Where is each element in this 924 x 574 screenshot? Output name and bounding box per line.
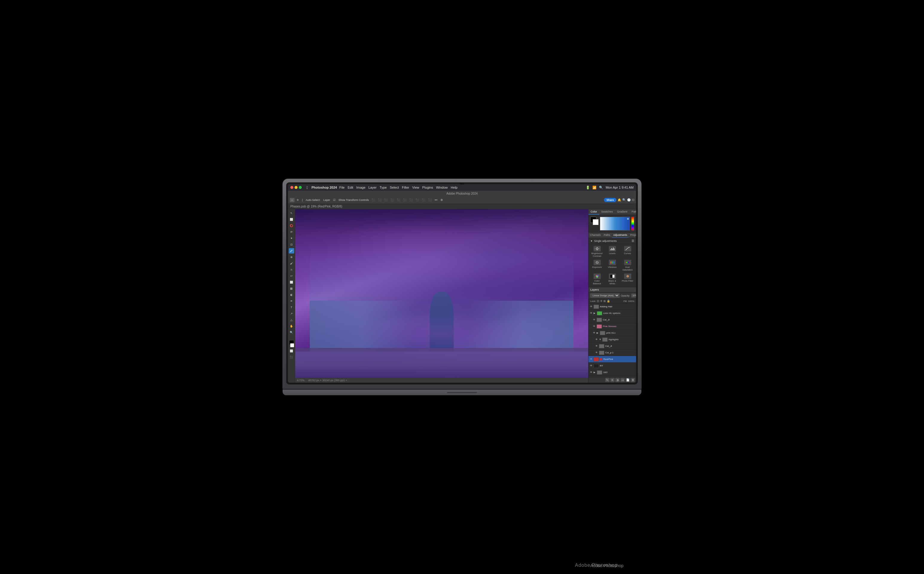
layer-visibility-icon[interactable]: 👁 [593, 319, 596, 322]
menu-select[interactable]: Select [389, 186, 399, 189]
tool-marquee-ellipse[interactable]: ⭕ [289, 223, 294, 229]
layer-visibility-icon[interactable]: 👁 [595, 351, 598, 354]
auto-select-dropdown[interactable]: Layer [322, 198, 331, 202]
align-left[interactable]: ⬛ [371, 198, 376, 202]
expand-icon[interactable]: ⊡ [632, 198, 634, 202]
distribute-1[interactable]: ⬛ [408, 198, 413, 202]
more-options[interactable]: ••• [434, 198, 438, 202]
lock-artboard-icon[interactable]: ⊞ [604, 300, 606, 303]
layer-pink-streees[interactable]: 👁 Pink Streees [588, 323, 636, 330]
layer-adjustment-button[interactable]: ◑ [615, 378, 620, 382]
group-arrow[interactable]: ▶ [594, 312, 596, 314]
tool-dodge[interactable]: ◐ [289, 292, 294, 298]
align-right[interactable]: ⬛ [383, 198, 388, 202]
tool-pen[interactable]: ✒ [289, 298, 294, 304]
apple-logo[interactable]:  [306, 185, 308, 190]
tab-properties[interactable]: Properties [629, 233, 636, 238]
layer-rt[interactable]: 👁 RT [588, 363, 636, 369]
layer-fx-button[interactable]: fx [605, 378, 609, 382]
minimize-button[interactable] [295, 186, 298, 189]
layer-adding-hair[interactable]: 👁 Adding Hair [588, 303, 636, 310]
tool-move[interactable]: ↖ [289, 210, 294, 216]
layer-delete-button[interactable]: 🗑 [631, 378, 635, 382]
adj-photo-filter[interactable]: Photo Filter [620, 273, 635, 286]
adj-levels[interactable]: Levels [605, 245, 620, 258]
lock-pixels-icon[interactable]: ⊡ [597, 300, 599, 303]
tab-swatches[interactable]: Swatches [599, 209, 615, 214]
adj-exposure[interactable]: Exposure [590, 259, 604, 272]
adj-brightness-contrast[interactable]: Brightness/ Contrast [590, 245, 604, 258]
tool-bg-color[interactable] [290, 343, 294, 347]
layer-new-button[interactable]: 📄 [626, 378, 630, 382]
menu-type[interactable]: Type [380, 186, 387, 189]
tool-lasso[interactable]: ⟳ [289, 229, 294, 235]
tool-magic-wand[interactable]: ✦ [289, 236, 294, 241]
move-tool[interactable]: ✛ [296, 198, 300, 202]
tool-gradient[interactable]: ▦ [289, 286, 294, 291]
layer-visibility-icon[interactable]: 👁 [590, 364, 593, 367]
tool-history[interactable]: ↩ [289, 273, 294, 279]
menu-view[interactable]: View [412, 186, 419, 189]
tool-crop[interactable]: ⊡ [289, 242, 294, 247]
layer-s83[interactable]: 👁 ▶ S83 [588, 369, 636, 376]
maximize-button[interactable] [299, 186, 302, 189]
layer-visibility-icon[interactable]: 👁 [590, 312, 593, 315]
share-button[interactable]: Share [604, 198, 616, 202]
adj-vibrance[interactable]: Vibrance [605, 259, 620, 272]
notification-icon[interactable]: 🔔 [618, 198, 621, 202]
background-swatch[interactable] [593, 219, 599, 225]
layer-mask-button[interactable]: ⊕ [610, 378, 615, 382]
tool-screen-mode[interactable]: ⬛ [289, 355, 294, 360]
tab-gradient[interactable]: Gradient [615, 209, 630, 214]
layer-visibility-icon[interactable]: 👁 [593, 331, 596, 334]
layer-visibility-icon[interactable]: 👁 [590, 305, 593, 308]
tool-quick-mask[interactable]: ⬜ [289, 348, 294, 354]
tool-text[interactable]: T [289, 304, 294, 310]
tab-channels[interactable]: Channels [588, 233, 602, 238]
tool-hand[interactable]: ✋ [289, 323, 294, 329]
layer-cal-ji-2[interactable]: 👁 Cal_JI [588, 343, 636, 350]
adj-hue-sat[interactable]: Hue/ Saturation [620, 259, 635, 272]
tool-zoom[interactable]: 🔍 [289, 330, 294, 335]
tool-eyedropper[interactable]: 💉 [289, 248, 294, 254]
layer-col-p1[interactable]: 👁 Col_p 1 [588, 350, 636, 356]
gear-button[interactable]: ⚙ [440, 198, 444, 202]
home-button[interactable]: ⌂ [290, 198, 295, 202]
group-arrow[interactable]: ▶ [594, 371, 596, 374]
search-icon[interactable]: 🔍 [622, 198, 626, 202]
menu-bar-search[interactable]: 🔍 [599, 186, 603, 189]
distribute-2[interactable]: ⬛ [415, 198, 420, 202]
menu-filter[interactable]: Filter [402, 186, 409, 189]
tab-color[interactable]: Color [588, 209, 599, 214]
layer-visibility-icon[interactable]: 👁 [595, 338, 598, 341]
close-button[interactable] [290, 186, 293, 189]
tool-path-selection[interactable]: ↗ [289, 311, 294, 316]
layer-red-pink[interactable]: 👁 Red/Pink [588, 356, 636, 363]
align-center-v[interactable]: ⬛ [396, 198, 401, 202]
adj-menu-icon[interactable]: ☰ [632, 239, 634, 243]
layer-visibility-icon[interactable]: 👁 [593, 325, 596, 328]
canvas-area[interactable]: 4.72% 40762 px × 30240 px (300 ppi) > [295, 209, 588, 383]
color-spectrum[interactable] [631, 217, 634, 230]
menu-help[interactable]: Help [451, 186, 457, 189]
layer-visibility-icon[interactable]: 👁 [590, 358, 593, 361]
layer-visibility-icon[interactable]: 👁 [590, 371, 593, 374]
lock-position-icon[interactable]: ✛ [600, 300, 602, 303]
distribute-4[interactable]: ⬛ [427, 198, 432, 202]
layer-color-hl-options[interactable]: 👁 ▶ color HL options [588, 310, 636, 317]
blend-mode-dropdown[interactable]: Linear Dodge (Add) Normal Multiply Scree… [590, 293, 620, 298]
tool-shape[interactable]: △ [289, 317, 294, 323]
tool-heal[interactable]: ⊕ [289, 254, 294, 260]
color-picker-gradient[interactable] [600, 217, 630, 230]
tool-stamp[interactable]: ⎋ [289, 267, 294, 272]
foreground-background-swatch[interactable] [590, 217, 599, 225]
menu-edit[interactable]: Edit [347, 186, 353, 189]
color-picker-handle[interactable] [627, 218, 629, 220]
tab-paths[interactable]: Paths [602, 233, 612, 238]
opacity-input[interactable] [631, 293, 636, 298]
tool-marquee-rect[interactable]: ⬜ [289, 217, 294, 222]
transform-checkbox[interactable]: ☑ [332, 198, 336, 202]
menu-image[interactable]: Image [356, 186, 366, 189]
group-arrow[interactable]: ▼ [599, 338, 601, 341]
adj-curves[interactable]: Curves [620, 245, 635, 258]
